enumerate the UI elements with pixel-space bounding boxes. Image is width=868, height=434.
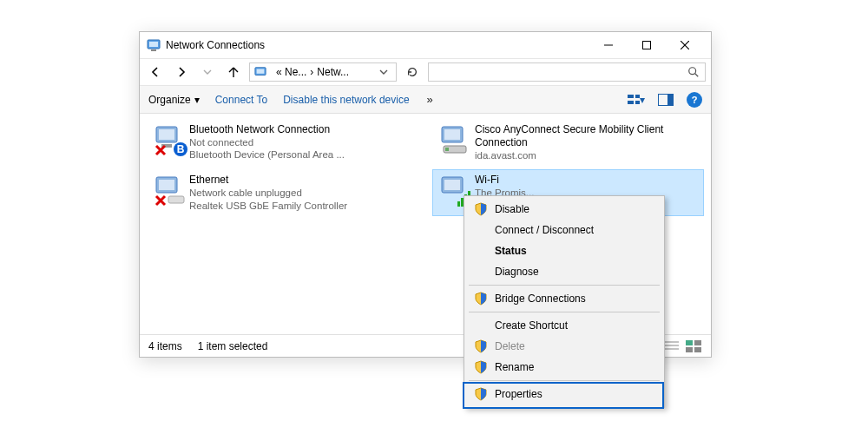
ctx-label: Properties [495,388,542,400]
svg-rect-18 [159,129,174,140]
svg-line-10 [695,74,699,77]
svg-point-9 [689,68,696,75]
ctx-label: Rename [495,361,534,373]
svg-rect-40 [686,347,693,352]
connection-device: Bluetooth Device (Personal Area ... [189,148,345,161]
titlebar: Network Connections [140,32,711,58]
selected-count: 1 item selected [198,340,268,352]
breadcrumb-chevron-icon: › [310,66,313,78]
shield-icon [474,339,488,353]
forward-button[interactable] [171,62,192,82]
svg-rect-4 [643,42,651,49]
shield-icon [474,202,488,216]
maximize-button[interactable] [628,32,666,58]
ctx-separator [469,285,660,286]
nav-bar: « Ne... › Netw... [140,58,711,86]
ctx-disable[interactable]: Disable [467,199,661,220]
svg-rect-25 [445,148,449,151]
connect-to-button[interactable]: Connect To [215,94,268,106]
connection-status: Not connected [189,136,345,148]
ctx-label: Delete [495,340,525,352]
search-box[interactable] [428,62,706,82]
svg-rect-30 [444,180,460,190]
svg-rect-28 [168,196,184,203]
breadcrumb-seg1[interactable]: « Ne... [276,66,306,78]
ctx-label: Status [495,245,527,257]
connection-item-vpn[interactable]: Cisco AnyConnect Secure Mobility Client … [432,119,704,166]
ctx-status[interactable]: Status [467,240,661,261]
organize-button[interactable]: Organize▾ [148,94,200,106]
ctx-label: Disable [495,203,529,215]
svg-rect-11 [628,95,634,98]
shield-icon [474,387,488,401]
window-controls [589,32,704,58]
ctx-separator [469,312,660,312]
ctx-label: Diagnose [495,266,539,278]
ctx-label: Connect / Disconnect [495,224,594,236]
address-dropdown[interactable] [375,63,392,81]
ctx-bridge[interactable]: Bridge Connections [467,288,661,309]
ctx-diagnose[interactable]: Diagnose [467,261,661,282]
connection-name: Bluetooth Network Connection [189,123,345,136]
minimize-button[interactable] [589,32,628,58]
svg-rect-41 [694,347,701,352]
svg-rect-39 [694,340,701,345]
shield-icon [474,292,488,306]
more-commands-button[interactable]: » [427,93,433,106]
ctx-label: Create Shortcut [495,319,568,332]
svg-rect-8 [257,69,265,74]
ctx-properties[interactable]: Properties [467,384,661,404]
disable-device-button[interactable]: Disable this network device [283,94,409,106]
svg-rect-27 [159,180,174,190]
svg-rect-2 [151,49,156,51]
svg-text:B: B [177,143,185,155]
close-button[interactable] [666,32,704,58]
vpn-icon [437,123,475,160]
bluetooth-disabled-icon: B [151,123,189,160]
ethernet-unplugged-icon [151,174,189,210]
app-icon [147,38,161,52]
ctx-rename[interactable]: Rename [467,357,661,378]
chevron-down-icon: ▾ [194,94,200,106]
details-view-button[interactable] [662,338,680,355]
up-button[interactable] [223,62,244,82]
help-button[interactable]: ? [687,92,702,108]
back-button[interactable] [145,62,166,82]
connection-status: Network cable unplugged [189,187,347,199]
connection-item-ethernet[interactable]: Ethernet Network cable unplugged Realtek… [147,169,418,216]
svg-rect-38 [686,340,693,345]
connection-name: Ethernet [189,174,347,187]
preview-pane-button[interactable] [657,91,674,108]
address-icon [253,65,267,79]
svg-rect-31 [457,201,460,207]
view-options-button[interactable]: ▾ [628,91,645,108]
shield-icon [474,360,488,374]
svg-rect-16 [667,94,674,105]
svg-rect-23 [444,129,460,140]
tiles-view-button[interactable] [685,338,702,355]
ctx-connect-disconnect[interactable]: Connect / Disconnect [467,220,661,240]
svg-rect-12 [628,101,634,104]
connection-name: Cisco AnyConnect Secure Mobility Client … [475,123,700,149]
refresh-button[interactable] [402,62,423,82]
window-title: Network Connections [166,39,589,51]
ctx-create-shortcut[interactable]: Create Shortcut [467,315,661,336]
svg-rect-13 [635,95,640,98]
ctx-delete[interactable]: Delete [467,336,661,357]
ctx-separator [469,380,660,381]
connection-device: ida.avast.com [475,149,700,161]
breadcrumb-seg2[interactable]: Netw... [317,66,349,78]
svg-rect-14 [635,101,640,104]
svg-rect-1 [149,42,158,47]
command-bar: Organize▾ Connect To Disable this networ… [140,86,711,114]
context-menu: Disable Connect / Disconnect Status Diag… [464,195,665,408]
connection-device: Realtek USB GbE Family Controller [189,200,347,212]
address-bar[interactable]: « Ne... › Netw... [249,62,397,82]
connection-item-bluetooth[interactable]: B Bluetooth Network Connection Not conne… [147,119,418,166]
search-icon [687,66,700,78]
connection-name: Wi-Fi [475,174,534,187]
ctx-label: Bridge Connections [495,293,586,305]
recent-dropdown[interactable] [197,62,218,82]
item-count: 4 items [148,340,182,352]
